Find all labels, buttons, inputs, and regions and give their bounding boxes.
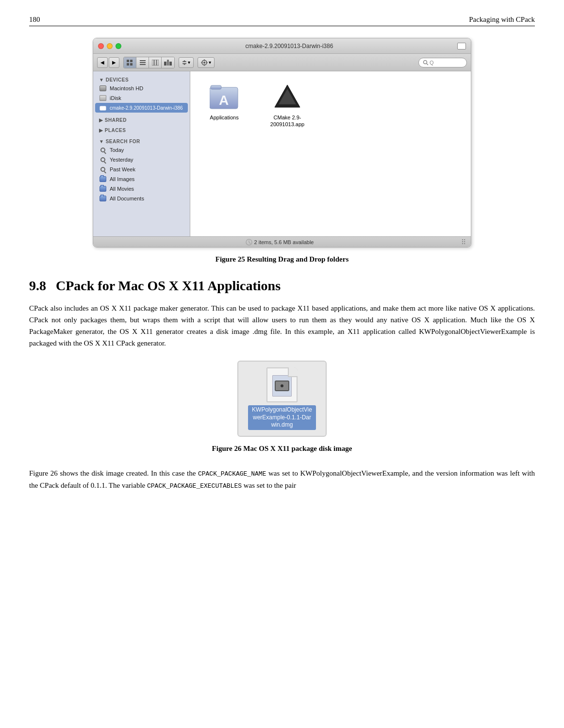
sidebar-item-today[interactable]: Today (93, 145, 190, 155)
disk-hole (281, 384, 283, 387)
sidebar-label: All Documents (110, 196, 144, 201)
para2-mid2: was set to the pair (242, 481, 296, 489)
places-header: ▶ PLACES (93, 126, 190, 134)
minimize-button[interactable] (107, 43, 113, 49)
all-movies-icon (99, 185, 107, 193)
mounted-disk-icon (99, 104, 107, 112)
column-view-button[interactable] (149, 57, 162, 68)
list-view-button[interactable] (136, 57, 149, 68)
sidebar-item-idisk[interactable]: iDisk (93, 93, 190, 103)
paragraph-1: CPack also includes an OS X X11 package … (29, 302, 535, 349)
sidebar-label: Past Week (110, 166, 135, 172)
sidebar-label: cmake-2.9.20091013-Darwin-i386 (110, 105, 183, 111)
resize-handle[interactable]: ⠿ (461, 238, 466, 246)
forward-button[interactable]: ▶ (109, 57, 119, 68)
disk-shape (275, 381, 289, 391)
sidebar-label: All Images (110, 176, 134, 182)
search-input[interactable]: Q (418, 58, 467, 67)
svg-rect-8 (154, 60, 156, 66)
svg-rect-19 (204, 59, 205, 61)
all-images-icon (99, 175, 107, 183)
svg-point-18 (203, 62, 205, 64)
svg-line-34 (249, 242, 250, 244)
search-label: Q (430, 60, 434, 66)
svg-rect-12 (169, 62, 172, 66)
svg-marker-16 (183, 64, 186, 65)
sidebar-label: Today (110, 147, 124, 153)
finder-toolbar: ◀ ▶ ▾ (93, 54, 471, 71)
view-group (123, 57, 175, 68)
dmg-label: KWPolygonalObjectViewerExample-0.1.1-Dar… (248, 405, 316, 430)
sidebar-item-all-documents[interactable]: All Documents (93, 194, 190, 203)
dmg-file-inner (272, 375, 292, 397)
para2-pre: Figure 26 shows the disk image created. … (29, 469, 198, 477)
idisk-icon (99, 94, 107, 102)
sidebar-item-macintosh-hd[interactable]: Macintosh HD (93, 83, 190, 93)
svg-line-24 (427, 64, 428, 65)
page-header: 180 Packaging with CPack (29, 16, 535, 26)
sidebar-item-all-images[interactable]: All Images (93, 174, 190, 184)
finder-window-title: cmake-2.9.20091013-Darwin-i386 (121, 43, 457, 50)
cmake-app[interactable]: CMake 2.9-20091013.app (268, 81, 307, 128)
cmake-app-icon (272, 81, 303, 112)
maximize-button[interactable] (116, 43, 121, 49)
sidebar-label: Yesterday (110, 157, 133, 163)
sidebar-item-all-movies[interactable]: All Movies (93, 184, 190, 194)
finder-content: A Applications CMake 2.9-20091013.app (190, 71, 471, 236)
applications-folder-icon: A (209, 81, 240, 112)
dmg-icon-wrapper: KWPolygonalObjectViewerExample-0.1.1-Dar… (237, 361, 327, 437)
sidebar-label: Macintosh HD (110, 85, 143, 91)
section-number: 9.8 (29, 278, 46, 294)
svg-text:A: A (219, 93, 229, 108)
svg-rect-5 (140, 62, 146, 63)
section-title: CPack for Mac OS X X11 Applications (56, 278, 281, 294)
svg-rect-21 (201, 62, 203, 63)
window-controls (98, 43, 121, 49)
shared-header: ▶ SHARED (93, 116, 190, 124)
icon-view-button[interactable] (124, 57, 136, 68)
paragraph-2: Figure 26 shows the disk image created. … (29, 467, 535, 492)
svg-marker-15 (183, 60, 186, 62)
finder-statusbar: 2 items, 5.6 MB available ⠿ (93, 236, 471, 247)
figure25-caption: Figure 25 Resulting Drag and Drop folder… (29, 255, 535, 264)
svg-point-23 (424, 60, 427, 64)
all-documents-icon (99, 195, 107, 202)
action-button[interactable]: ▾ (198, 57, 215, 68)
section-98-heading: 9.8 CPack for Mac OS X X11 Applications (29, 278, 535, 294)
svg-rect-1 (130, 60, 133, 62)
applications-folder[interactable]: A Applications (205, 81, 244, 121)
window-icon (457, 43, 466, 50)
svg-rect-20 (204, 64, 205, 66)
statusbar-text: 2 items, 5.6 MB available (254, 239, 314, 245)
svg-rect-10 (164, 62, 166, 66)
sidebar-item-yesterday[interactable]: Yesterday (93, 155, 190, 165)
sidebar-item-cmake-volume[interactable]: cmake-2.9.20091013-Darwin-i386 (95, 103, 188, 113)
page-title: Packaging with CPack (469, 16, 535, 24)
svg-rect-22 (206, 62, 208, 63)
yesterday-icon (99, 156, 107, 164)
back-button[interactable]: ◀ (97, 57, 108, 68)
arrange-button[interactable]: ▾ (179, 57, 194, 68)
svg-rect-26 (101, 107, 103, 109)
nav-buttons: ◀ ▶ (97, 57, 119, 68)
cmake-app-label: CMake 2.9-20091013.app (268, 114, 307, 128)
past-week-icon (99, 165, 107, 173)
sidebar-item-past-week[interactable]: Past Week (93, 165, 190, 174)
sidebar-label: All Movies (110, 186, 134, 192)
dmg-figure: KWPolygonalObjectViewerExample-0.1.1-Dar… (29, 361, 535, 437)
svg-rect-7 (152, 60, 154, 66)
finder-body: ▼ DEVICES Macintosh HD iDisk (93, 71, 471, 236)
figure26-caption: Figure 26 Mac OS X X11 package disk imag… (29, 445, 535, 453)
cover-view-button[interactable] (162, 57, 174, 68)
svg-rect-0 (127, 60, 129, 62)
finder-sidebar: ▼ DEVICES Macintosh HD iDisk (93, 71, 190, 236)
para2-code1: CPACK_PACKAGE_NAME (198, 470, 266, 478)
applications-label: Applications (210, 114, 238, 121)
hard-drive-icon (99, 84, 107, 92)
svg-rect-3 (130, 63, 133, 66)
close-button[interactable] (98, 43, 104, 49)
dmg-file-icon (266, 367, 298, 402)
page-number: 180 (29, 16, 40, 24)
sidebar-label: iDisk (110, 95, 121, 101)
finder-titlebar: cmake-2.9.20091013-Darwin-i386 (93, 38, 471, 54)
